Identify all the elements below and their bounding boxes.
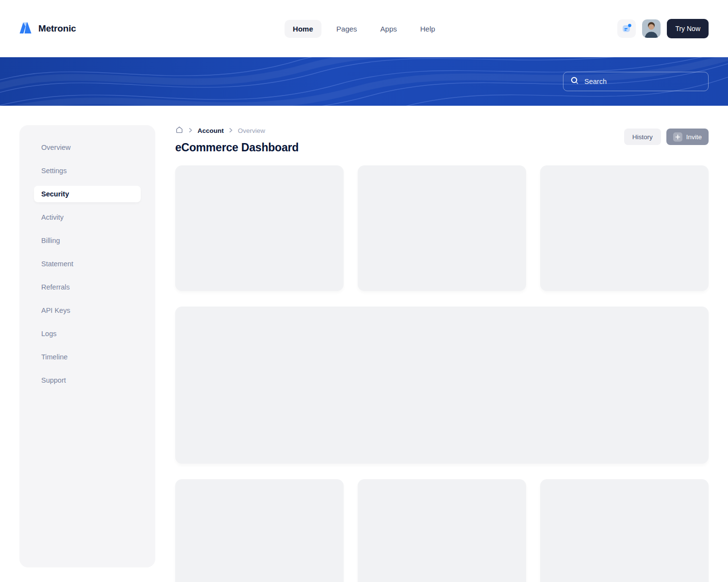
content-area: Account Overview eCommerce Dashboard His…: [175, 125, 709, 582]
nav-item-apps[interactable]: Apps: [372, 20, 405, 38]
invite-button-label: Invite: [686, 133, 702, 141]
metronic-logo-icon: [19, 21, 33, 36]
breadcrumb-item-account[interactable]: Account: [198, 127, 224, 134]
history-button[interactable]: History: [624, 129, 661, 145]
try-now-button[interactable]: Try Now: [667, 19, 709, 38]
nav-item-pages[interactable]: Pages: [328, 20, 365, 38]
chevron-right-icon: [188, 127, 193, 134]
breadcrumb-item-overview: Overview: [238, 127, 265, 134]
placeholder-card: [540, 165, 709, 291]
sidebar-item-billing[interactable]: Billing: [34, 232, 141, 249]
sidebar-item-security[interactable]: Security: [34, 186, 141, 202]
sidebar-item-support[interactable]: Support: [34, 372, 141, 388]
card-row-top: [175, 165, 709, 291]
placeholder-card: [175, 165, 344, 291]
brand-name: Metronic: [38, 23, 76, 34]
search-icon: [570, 76, 579, 87]
sidebar-item-timeline[interactable]: Timeline: [34, 349, 141, 365]
invite-button[interactable]: Invite: [666, 129, 709, 145]
sidebar: Overview Settings Security Activity Bill…: [19, 125, 155, 567]
nav-item-home[interactable]: Home: [284, 20, 321, 38]
main-layout: Overview Settings Security Activity Bill…: [0, 106, 728, 582]
placeholder-card: [540, 479, 709, 582]
search-box[interactable]: [563, 72, 709, 91]
placeholder-card: [358, 479, 526, 582]
sidebar-item-logs[interactable]: Logs: [34, 325, 141, 342]
header-actions: Try Now: [617, 19, 709, 38]
user-avatar[interactable]: [642, 19, 661, 38]
main-nav: Home Pages Apps Help: [284, 20, 443, 38]
brand[interactable]: Metronic: [19, 21, 76, 36]
sidebar-item-activity[interactable]: Activity: [34, 209, 141, 226]
placeholder-card-wide: [175, 307, 709, 464]
search-input[interactable]: [584, 78, 701, 85]
page-toolbar: History Invite: [624, 129, 709, 145]
breadcrumb-home-link[interactable]: [175, 126, 183, 135]
sidebar-item-statement[interactable]: Statement: [34, 256, 141, 272]
placeholder-card: [175, 479, 344, 582]
app-header: Metronic Home Pages Apps Help: [0, 0, 728, 57]
notification-button[interactable]: [617, 19, 636, 38]
hero-banner: [0, 57, 728, 106]
placeholder-card: [358, 165, 526, 291]
notification-icon: [621, 22, 632, 35]
sidebar-item-referrals[interactable]: Referrals: [34, 279, 141, 295]
home-icon: [175, 126, 183, 135]
card-row-bottom: [175, 479, 709, 582]
sidebar-item-api-keys[interactable]: API Keys: [34, 302, 141, 319]
nav-item-help[interactable]: Help: [412, 20, 444, 38]
plus-icon: [673, 132, 682, 142]
sidebar-item-settings[interactable]: Settings: [34, 162, 141, 179]
sidebar-item-overview[interactable]: Overview: [34, 139, 141, 156]
chevron-right-icon: [228, 127, 233, 134]
